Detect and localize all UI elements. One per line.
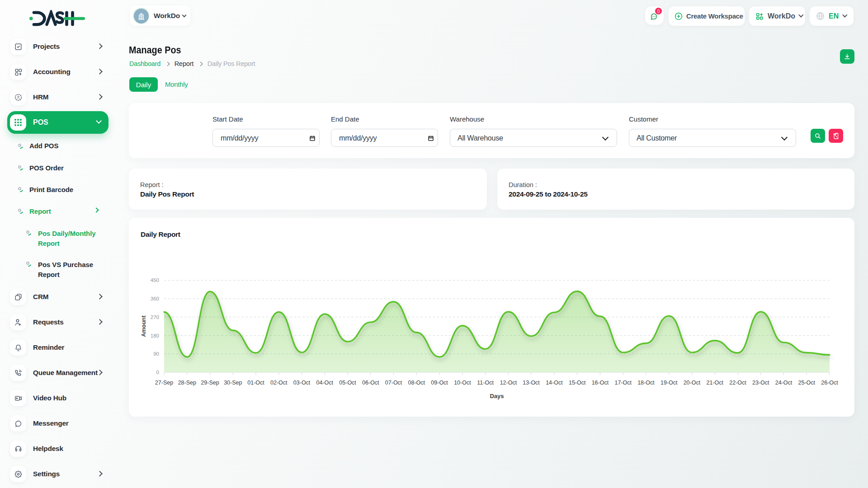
svg-text:12-Oct: 12-Oct bbox=[500, 380, 517, 386]
svg-text:18-Oct: 18-Oct bbox=[637, 380, 655, 386]
svg-text:90: 90 bbox=[153, 351, 159, 357]
svg-text:06-Oct: 06-Oct bbox=[362, 380, 379, 386]
svg-text:05-Oct: 05-Oct bbox=[339, 380, 356, 386]
svg-text:0: 0 bbox=[156, 370, 159, 375]
svg-text:270: 270 bbox=[151, 314, 159, 320]
svg-text:21-Oct: 21-Oct bbox=[706, 380, 723, 386]
svg-text:30-Sep: 30-Sep bbox=[224, 380, 242, 386]
svg-text:450: 450 bbox=[151, 277, 159, 283]
svg-text:22-Oct: 22-Oct bbox=[729, 380, 746, 386]
svg-text:180: 180 bbox=[151, 333, 159, 338]
svg-text:29-Sep: 29-Sep bbox=[201, 380, 219, 386]
svg-text:04-Oct: 04-Oct bbox=[316, 380, 334, 386]
svg-text:Amount: Amount bbox=[141, 315, 147, 337]
svg-text:02-Oct: 02-Oct bbox=[270, 380, 288, 386]
svg-text:07-Oct: 07-Oct bbox=[385, 380, 402, 386]
svg-text:15-Oct: 15-Oct bbox=[569, 380, 586, 386]
svg-text:16-Oct: 16-Oct bbox=[592, 380, 609, 386]
svg-text:360: 360 bbox=[151, 296, 159, 301]
svg-text:27-Sep: 27-Sep bbox=[155, 380, 173, 386]
svg-text:13-Oct: 13-Oct bbox=[523, 380, 540, 386]
svg-text:23-Oct: 23-Oct bbox=[752, 380, 769, 386]
svg-text:09-Oct: 09-Oct bbox=[431, 380, 448, 386]
svg-text:25-Oct: 25-Oct bbox=[798, 380, 815, 386]
svg-text:Days: Days bbox=[490, 393, 504, 399]
svg-text:26-Oct: 26-Oct bbox=[821, 380, 838, 386]
svg-text:24-Oct: 24-Oct bbox=[775, 380, 793, 386]
svg-text:20-Oct: 20-Oct bbox=[684, 380, 701, 386]
svg-text:19-Oct: 19-Oct bbox=[660, 380, 678, 386]
svg-text:08-Oct: 08-Oct bbox=[408, 380, 425, 386]
svg-text:11-Oct: 11-Oct bbox=[477, 380, 494, 386]
svg-text:01-Oct: 01-Oct bbox=[247, 380, 264, 386]
svg-text:10-Oct: 10-Oct bbox=[454, 380, 471, 386]
svg-text:28-Sep: 28-Sep bbox=[178, 380, 196, 386]
svg-text:17-Oct: 17-Oct bbox=[614, 380, 632, 386]
svg-text:14-Oct: 14-Oct bbox=[546, 380, 563, 386]
svg-text:03-Oct: 03-Oct bbox=[293, 380, 311, 386]
